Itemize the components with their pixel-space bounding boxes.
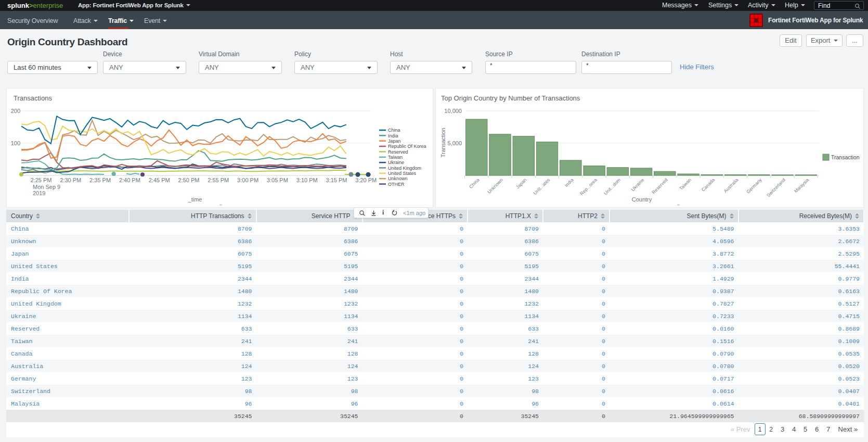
svg-text:3:10 PM: 3:10 PM (296, 177, 318, 183)
svg-text:3:05 PM: 3:05 PM (267, 177, 288, 183)
svg-text:2:25 PM: 2:25 PM (31, 177, 52, 183)
svg-text:Transaction: Transaction (440, 128, 446, 157)
svg-text:Ukraine: Ukraine (630, 177, 645, 192)
svg-text:Australia: Australia (723, 177, 740, 194)
svg-text:Canada: Canada (701, 177, 716, 192)
svg-text:200: 200 (11, 108, 20, 114)
svg-text:Unknown: Unknown (388, 176, 408, 181)
svg-text:Taiwan: Taiwan (678, 177, 692, 191)
svg-text:Unknown: Unknown (486, 177, 504, 195)
svg-text:China: China (388, 128, 400, 133)
svg-text:United States: United States (388, 171, 417, 176)
svg-text:OTHER: OTHER (388, 182, 405, 187)
svg-text:2:40 PM: 2:40 PM (119, 177, 140, 183)
svg-text:10,000: 10,000 (444, 108, 462, 114)
svg-text:Japan: Japan (515, 177, 527, 190)
svg-text:5,000: 5,000 (447, 140, 462, 146)
svg-text:Switzerland: Switzerland (766, 177, 786, 198)
svg-text:India: India (564, 177, 575, 188)
svg-text:3:00 PM: 3:00 PM (237, 177, 258, 183)
svg-text:_time: _time (188, 196, 202, 203)
svg-text:3:15 PM: 3:15 PM (326, 177, 347, 183)
svg-text:Republic Of Korea: Republic Of Korea (388, 144, 426, 149)
svg-text:Germany: Germany (745, 177, 763, 195)
svg-text:2019: 2019 (33, 190, 45, 196)
svg-text:Taiwan: Taiwan (388, 155, 403, 160)
svg-text:2:45 PM: 2:45 PM (149, 177, 170, 183)
svg-text:Malaysia: Malaysia (793, 177, 810, 194)
svg-text:2:50 PM: 2:50 PM (178, 177, 200, 183)
svg-text:3:20 PM: 3:20 PM (355, 177, 377, 183)
svg-text:Country: Country (632, 196, 652, 203)
svg-text:Rep...orea: Rep...orea (579, 177, 598, 196)
svg-text:2:35 PM: 2:35 PM (89, 177, 111, 183)
svg-text:Unit...dom: Unit...dom (603, 177, 621, 196)
svg-text:2:55 PM: 2:55 PM (208, 177, 229, 183)
svg-text:Reserved: Reserved (651, 177, 668, 195)
svg-text:2:30 PM: 2:30 PM (60, 177, 81, 183)
svg-text:Unit...ates: Unit...ates (533, 177, 551, 196)
svg-text:United Kingdom: United Kingdom (388, 166, 421, 171)
svg-text:India: India (388, 133, 398, 138)
svg-text:Transaction: Transaction (831, 154, 860, 160)
svg-text:China: China (468, 177, 481, 190)
svg-text:Japan: Japan (388, 138, 401, 144)
svg-text:Mon Sep 9: Mon Sep 9 (33, 184, 60, 190)
svg-text:Ukraine: Ukraine (388, 160, 404, 165)
svg-text:100: 100 (11, 140, 20, 146)
svg-text:Reserved: Reserved (388, 149, 408, 155)
